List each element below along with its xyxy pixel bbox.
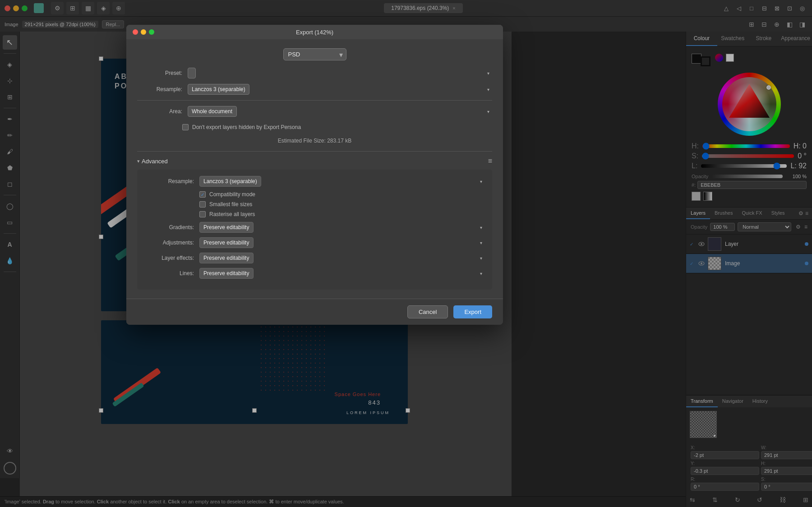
rasterise-checkbox[interactable] <box>199 211 206 217</box>
compat-label: Compatibility mode <box>209 191 255 198</box>
area-chevron-icon: ▾ <box>487 109 489 114</box>
area-select[interactable]: Whole document <box>188 106 237 117</box>
dialog-overlay[interactable]: Export (142%) PSD ▾ Preset: <box>0 0 812 507</box>
dialog-title-bar: Export (142%) <box>126 25 503 39</box>
adjustments-select-wrapper: Preserve editability ▾ <box>199 237 485 248</box>
dialog-separator-2 <box>137 151 492 152</box>
dialog-close-btn[interactable] <box>133 29 138 35</box>
dialog-title: Export (142%) <box>296 29 333 36</box>
layer-effects-chevron: ▾ <box>480 256 482 261</box>
preset-select[interactable] <box>188 68 196 78</box>
compat-checkbox[interactable]: ✓ <box>199 191 206 198</box>
lines-row: Lines: Preserve editability ▾ <box>144 268 485 279</box>
resample-label: Resample: <box>137 86 182 92</box>
resample-select-wrapper: Lanczos 3 (separable) ▾ <box>188 84 492 95</box>
area-label: Area: <box>137 108 182 115</box>
adjustments-chevron: ▾ <box>480 240 482 245</box>
rasterise-label: Rasterise all layers <box>209 211 255 217</box>
lines-select-wrapper: Preserve editability ▾ <box>199 268 485 279</box>
dialog-separator-1 <box>137 100 492 101</box>
dialog-body: PSD ▾ Preset: ▾ Resample: <box>126 39 503 299</box>
advanced-title: Advanced <box>142 158 168 165</box>
gradients-label: Gradients: <box>144 224 194 230</box>
cancel-button[interactable]: Cancel <box>407 305 448 318</box>
layer-effects-select-wrapper: Preserve editability ▾ <box>199 253 485 263</box>
export-dialog: Export (142%) PSD ▾ Preset: <box>126 25 503 325</box>
rasterise-row: Rasterise all layers <box>144 211 485 217</box>
compat-row: ✓ Compatibility mode <box>144 191 485 198</box>
gradients-select-wrapper: Preserve editability ▾ <box>199 222 485 233</box>
export-persona-checkbox-row: Don't export layers hidden by Export Per… <box>137 122 492 132</box>
dialog-maximize-btn[interactable] <box>149 29 154 35</box>
dialog-traffic-lights <box>126 25 161 39</box>
adv-resample-select[interactable]: Lanczos 3 (separable) <box>199 176 261 187</box>
advanced-chevron-icon: ▾ <box>137 158 140 164</box>
gradients-chevron: ▾ <box>480 225 482 230</box>
preset-select-wrapper: ▾ <box>188 68 492 78</box>
adv-resample-chevron: ▾ <box>480 179 482 184</box>
export-persona-checkbox[interactable] <box>182 124 189 130</box>
file-size-row: Estimated File Size: 283.17 kB <box>137 136 492 146</box>
export-button[interactable]: Export <box>453 305 492 318</box>
smallest-row: Smallest file sizes <box>144 201 485 207</box>
preset-chevron-icon: ▾ <box>487 71 489 76</box>
resample-chevron-icon: ▾ <box>487 87 489 92</box>
smallest-checkbox[interactable] <box>199 201 206 207</box>
file-size-text: Estimated File Size: 283.17 kB <box>278 138 351 144</box>
format-select-wrapper: PSD ▾ <box>283 48 346 60</box>
preset-label: Preset: <box>137 70 182 76</box>
layer-effects-row: Layer effects: Preserve editability ▾ <box>144 253 485 263</box>
adjustments-row: Adjustments: Preserve editability ▾ <box>144 237 485 248</box>
adjustments-label: Adjustments: <box>144 240 194 246</box>
preset-row: Preset: ▾ <box>137 68 492 78</box>
smallest-label: Smallest file sizes <box>209 201 252 207</box>
lines-select[interactable]: Preserve editability <box>199 268 254 279</box>
resample-select[interactable]: Lanczos 3 (separable) <box>188 84 249 95</box>
gradients-row: Gradients: Preserve editability ▾ <box>144 222 485 233</box>
format-row: PSD ▾ <box>137 48 492 60</box>
advanced-menu-icon[interactable]: ≡ <box>488 157 492 165</box>
layer-effects-select[interactable]: Preserve editability <box>199 253 254 263</box>
adv-resample-label: Resample: <box>144 178 194 184</box>
lines-label: Lines: <box>144 270 194 277</box>
advanced-header[interactable]: ▾ Advanced ≡ <box>137 157 492 165</box>
gradients-select[interactable]: Preserve editability <box>199 222 254 233</box>
area-row: Area: Whole document ▾ <box>137 106 492 117</box>
dialog-footer: Cancel Export <box>126 299 503 325</box>
resample-row: Resample: Lanczos 3 (separable) ▾ <box>137 84 492 95</box>
adjustments-select[interactable]: Preserve editability <box>199 237 254 248</box>
dialog-minimize-btn[interactable] <box>141 29 146 35</box>
adv-resample-wrapper: Lanczos 3 (separable) ▾ <box>199 176 485 187</box>
compat-check-mark: ✓ <box>201 192 204 197</box>
lines-chevron: ▾ <box>480 271 482 276</box>
advanced-body: Resample: Lanczos 3 (separable) ▾ ✓ Comp… <box>137 170 492 290</box>
layer-effects-label: Layer effects: <box>144 255 194 261</box>
adv-resample-row: Resample: Lanczos 3 (separable) ▾ <box>144 176 485 187</box>
area-select-wrapper: Whole document ▾ <box>188 106 492 117</box>
format-select[interactable]: PSD <box>283 48 346 60</box>
export-persona-label: Don't export layers hidden by Export Per… <box>192 124 301 130</box>
